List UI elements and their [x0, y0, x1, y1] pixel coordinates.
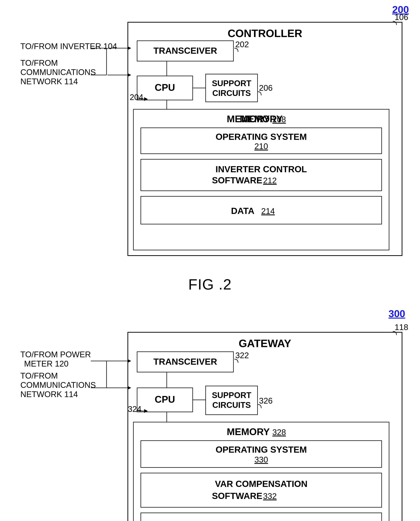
- page-ref-300: 300: [15, 308, 405, 319]
- fig2-left-label2a: TO/FROM: [20, 58, 58, 67]
- fig3-left-label2a: TO/FROM: [20, 371, 58, 380]
- fig2-support-label1: SUPPORT: [212, 79, 251, 88]
- fig2-software-box: [141, 159, 382, 191]
- fig3-memory-ref: 328: [272, 428, 286, 437]
- fig3-support-label2: CIRCUITS: [212, 401, 251, 409]
- fig3-transceiver-label: TRANSCEIVER: [153, 357, 217, 366]
- fig3-support-label1: SUPPORT: [212, 391, 251, 400]
- fig2-diagram: TO/FROM INVERTER 104 TO/FROM COMMUNICATI…: [15, 11, 420, 270]
- fig3-cpu-ref: 324: [128, 404, 141, 414]
- fig2-support-label2: CIRCUITS: [212, 89, 251, 98]
- fig3-os-ref: 330: [254, 455, 268, 464]
- fig2-outer-title: CONTROLLER: [228, 27, 302, 39]
- fig2-outer-ref: 106: [395, 13, 408, 22]
- fig3-os-label: OPERATING SYSTEM: [216, 445, 307, 454]
- fig2-cpu-ref-arrow: [144, 97, 148, 101]
- fig3-left-label1b: METER 120: [24, 359, 68, 368]
- fig3-memory-label: MEMORY: [227, 426, 270, 437]
- fig3-outer-ref: 118: [395, 323, 408, 332]
- fig3-left-label1a: TO/FROM POWER: [20, 350, 91, 359]
- fig3-software-box: [141, 473, 382, 507]
- fig3-data-box: [141, 513, 382, 521]
- fig2-software-label1: INVERTER CONTROL: [216, 164, 307, 174]
- fig2-memory-label: MEMORY: [227, 113, 270, 124]
- fig2-left-label2c: NETWORK 114: [20, 77, 78, 86]
- fig3-cpu-ref-arrow: [144, 409, 148, 413]
- fig2-memory-ref: 208: [272, 115, 286, 124]
- fig2-left-label2b: COMMUNICATIONS: [20, 67, 96, 77]
- fig2-cpu-ref: 204: [130, 93, 143, 102]
- fig3-diagram: TO/FROM POWER METER 120 TO/FROM COMMUNIC…: [15, 321, 420, 521]
- fig3-support-ref: 326: [259, 396, 272, 405]
- fig2-os-ref: 210: [254, 142, 268, 151]
- fig2-transceiver-ref: 202: [235, 40, 249, 49]
- fig2-left-label1: TO/FROM INVERTER 104: [20, 42, 117, 51]
- fig3-software-ref: 332: [263, 491, 277, 501]
- fig2-transceiver-label: TRANSCEIVER: [153, 46, 217, 56]
- fig2-software-label2: SOFTWARE: [212, 175, 262, 185]
- fig3-cpu-label: CPU: [155, 394, 175, 405]
- fig3-outer-title: GATEWAY: [239, 337, 291, 349]
- fig2-cpu-label: CPU: [155, 82, 175, 93]
- fig3-left-label2b: COMMUNICATIONS: [20, 380, 96, 389]
- fig2-label: FIG .2: [15, 276, 405, 293]
- fig2-support-box: [206, 74, 257, 102]
- fig2-software-ref: 212: [263, 176, 277, 185]
- fig3-section: TO/FROM POWER METER 120 TO/FROM COMMUNIC…: [15, 321, 405, 521]
- fig3-left-label2c: NETWORK 114: [20, 390, 78, 399]
- fig3-transceiver-ref: 322: [235, 351, 249, 360]
- fig2-data-ref: 214: [261, 207, 275, 216]
- fig2-data-label: DATA: [231, 206, 254, 216]
- fig2-os-label: OPERATING SYSTEM: [216, 132, 307, 142]
- fig2-support-ref: 206: [259, 83, 272, 92]
- fig3-software-label2: SOFTWARE: [212, 491, 262, 501]
- fig2-section: TO/FROM INVERTER 104 TO/FROM COMMUNICATI…: [15, 11, 405, 293]
- page: 200 TO/FROM INVERTER 104 TO/FROM COMMUNI…: [0, 0, 420, 521]
- fig3-software-label1: VAR COMPENSATION: [215, 479, 308, 489]
